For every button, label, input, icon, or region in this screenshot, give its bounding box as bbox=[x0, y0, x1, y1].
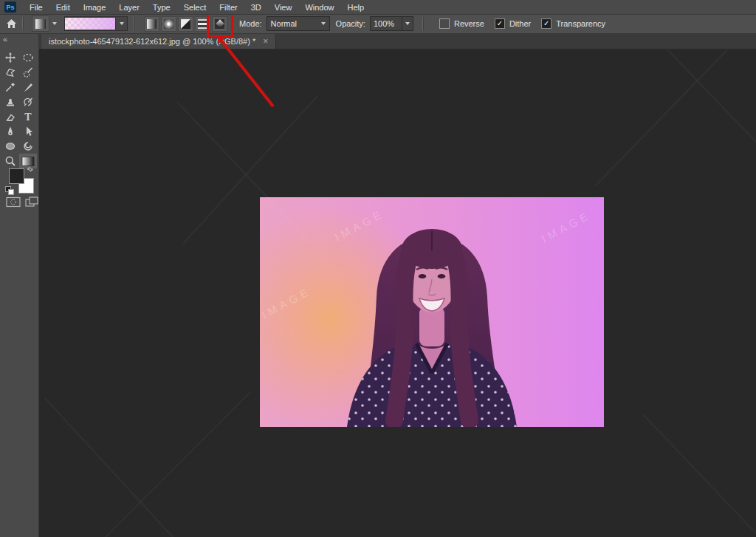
quick-selection-icon bbox=[22, 66, 34, 78]
tool-zoom[interactable] bbox=[1, 154, 19, 168]
tool-eyedropper[interactable] bbox=[1, 80, 19, 95]
gradient-picker-chevron[interactable] bbox=[115, 18, 127, 30]
linear-gradient-button[interactable] bbox=[144, 16, 159, 32]
chevron-down-icon bbox=[120, 22, 124, 25]
tool-history-brush[interactable] bbox=[19, 95, 37, 109]
ellipse-shape-icon bbox=[4, 140, 16, 152]
tool-quick-selection[interactable] bbox=[19, 65, 37, 80]
polygonal-lasso-icon bbox=[4, 66, 16, 78]
eyedropper-icon bbox=[4, 81, 16, 93]
menu-bar: Ps File Edit Image Layer Type Select Fil… bbox=[0, 0, 756, 15]
linear-gradient-icon bbox=[147, 19, 157, 29]
document-tab-bar: istockphoto-465479132-612x612.jpg @ 100%… bbox=[38, 34, 756, 49]
divider bbox=[22, 17, 24, 30]
canvas-pasteboard[interactable]: IMAGE IMAGE IMAGE bbox=[38, 49, 756, 537]
document-tab[interactable]: istockphoto-465479132-612x612.jpg @ 100%… bbox=[41, 34, 276, 49]
type-tool-icon: T bbox=[22, 111, 34, 123]
close-tab-icon[interactable]: × bbox=[263, 37, 268, 46]
history-brush-icon bbox=[22, 96, 34, 108]
transparency-label: Transparency bbox=[556, 19, 605, 28]
chevron-down-icon bbox=[321, 22, 326, 25]
chevron-down-icon bbox=[405, 22, 410, 25]
opacity-dropdown[interactable] bbox=[402, 16, 413, 31]
menu-item-help[interactable]: Help bbox=[341, 3, 371, 12]
angle-gradient-button[interactable] bbox=[178, 16, 193, 32]
reverse-checkbox[interactable]: Reverse bbox=[439, 18, 484, 29]
radial-gradient-button[interactable] bbox=[161, 16, 176, 32]
tool-preset-picker[interactable] bbox=[32, 16, 57, 32]
gradient-preset-icon bbox=[32, 16, 49, 32]
diamond-gradient-icon bbox=[215, 19, 224, 29]
menu-item-file[interactable]: File bbox=[23, 3, 49, 12]
gradient-swatch bbox=[65, 18, 115, 30]
tool-type[interactable]: T bbox=[19, 109, 37, 124]
tool-brush[interactable] bbox=[19, 80, 37, 95]
eraser-icon bbox=[4, 111, 16, 123]
smudge-icon bbox=[22, 140, 34, 152]
pen-icon bbox=[4, 126, 16, 137]
menu-item-window[interactable]: Window bbox=[298, 3, 340, 12]
tool-polygonal-lasso[interactable] bbox=[1, 65, 19, 80]
tool-move[interactable] bbox=[1, 50, 19, 65]
photoshop-window: Ps File Edit Image Layer Type Select Fil… bbox=[0, 0, 756, 537]
reverse-label: Reverse bbox=[454, 19, 484, 28]
gradient-options-bar: Mode: Normal Opacity: 100% Reverse ✓ Dit… bbox=[0, 14, 756, 34]
tool-clone-stamp[interactable] bbox=[1, 95, 19, 109]
radial-gradient-icon bbox=[164, 19, 173, 29]
reflected-gradient-icon bbox=[198, 19, 207, 29]
tool-ellipse[interactable] bbox=[1, 139, 19, 154]
reflected-gradient-button[interactable] bbox=[195, 16, 210, 32]
clone-stamp-icon bbox=[4, 96, 16, 108]
color-swatches: ⇄ bbox=[9, 168, 37, 196]
menu-item-edit[interactable]: Edit bbox=[49, 3, 77, 12]
tool-grid: T bbox=[1, 50, 37, 168]
document-image[interactable]: IMAGE IMAGE IMAGE bbox=[260, 197, 604, 427]
divider bbox=[422, 17, 424, 30]
tool-path-selection[interactable] bbox=[19, 124, 37, 139]
checkbox-icon bbox=[439, 18, 450, 29]
menu-item-image[interactable]: Image bbox=[77, 3, 113, 12]
menu-item-type[interactable]: Type bbox=[146, 3, 177, 12]
home-icon[interactable] bbox=[6, 18, 17, 29]
dither-checkbox[interactable]: ✓ Dither bbox=[495, 18, 531, 29]
menu-item-select[interactable]: Select bbox=[177, 3, 213, 12]
screen-mode-icon[interactable] bbox=[25, 196, 38, 208]
panel-bottom-icons bbox=[6, 196, 38, 208]
move-icon bbox=[4, 52, 16, 64]
tool-elliptical-marquee[interactable] bbox=[19, 50, 37, 65]
mode-value: Normal bbox=[271, 19, 321, 28]
gradient-editor-preview[interactable] bbox=[64, 16, 128, 31]
chevron-down-icon bbox=[52, 22, 57, 25]
collapse-panel-icon[interactable]: « bbox=[3, 35, 7, 44]
menu-item-view[interactable]: View bbox=[268, 3, 299, 12]
opacity-input[interactable]: 100% bbox=[370, 16, 402, 31]
opacity-label: Opacity: bbox=[336, 19, 365, 28]
menu-item-3d[interactable]: 3D bbox=[244, 3, 268, 12]
tool-pen[interactable] bbox=[1, 124, 19, 139]
svg-text:T: T bbox=[24, 112, 32, 123]
document-title: istockphoto-465479132-612x612.jpg @ 100%… bbox=[49, 37, 255, 46]
tool-eraser[interactable] bbox=[1, 109, 19, 124]
opacity-value: 100% bbox=[374, 19, 394, 28]
gradient-type-buttons bbox=[144, 16, 227, 32]
menu-item-layer[interactable]: Layer bbox=[112, 3, 146, 12]
zoom-icon bbox=[4, 155, 16, 167]
quick-mask-icon[interactable] bbox=[6, 196, 21, 208]
menu-item-filter[interactable]: Filter bbox=[213, 3, 244, 12]
foreground-color-swatch[interactable] bbox=[9, 168, 24, 184]
tool-smudge[interactable] bbox=[19, 139, 37, 154]
diamond-gradient-button[interactable] bbox=[212, 16, 227, 32]
dither-label: Dither bbox=[509, 19, 531, 28]
photoshop-logo: Ps bbox=[4, 1, 16, 13]
tools-panel: « bbox=[0, 34, 39, 537]
mode-label: Mode: bbox=[239, 19, 262, 28]
divider bbox=[133, 17, 134, 30]
angle-gradient-icon bbox=[181, 19, 190, 29]
transparency-checkbox[interactable]: ✓ Transparency bbox=[541, 18, 605, 29]
path-selection-icon bbox=[22, 126, 34, 137]
gradient-tool-icon bbox=[21, 156, 35, 167]
checkbox-checked-icon: ✓ bbox=[541, 18, 551, 29]
brush-icon bbox=[22, 81, 34, 93]
mode-select[interactable]: Normal bbox=[267, 16, 330, 31]
checkbox-checked-icon: ✓ bbox=[495, 18, 505, 29]
